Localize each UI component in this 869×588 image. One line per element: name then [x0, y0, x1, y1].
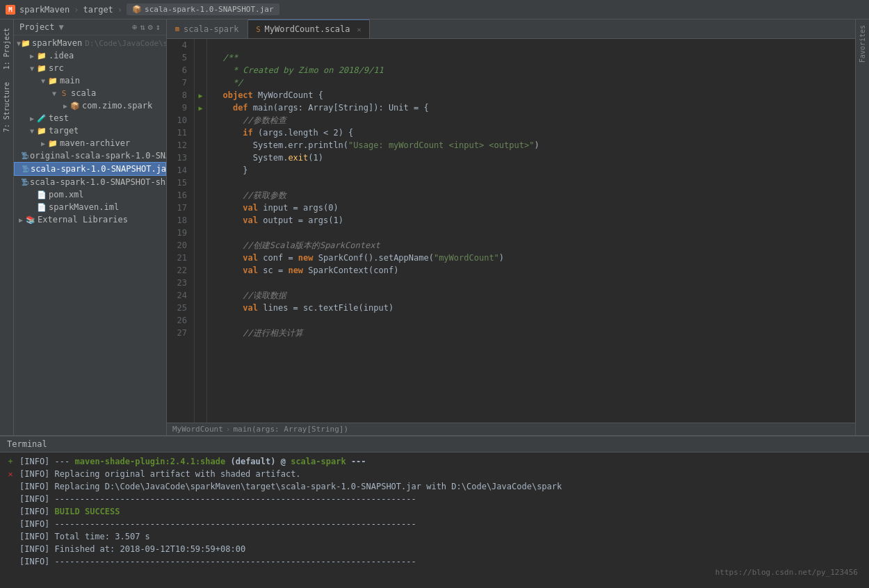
code-line-19: [213, 227, 850, 239]
project-name: sparkMaven: [19, 5, 70, 15]
breadcrumb-item-1: MyWordCount: [172, 425, 223, 434]
terminal-line-5: [INFO] BUILD SUCCESS: [6, 505, 863, 518]
watermark: https://blog.csdn.net/py_123456: [715, 568, 858, 577]
terminal-line-9: [INFO] ---------------------------------…: [6, 555, 863, 568]
term-cross-icon: ✕: [6, 468, 15, 480]
breadcrumb-item-2: main(args: Array[String]): [233, 425, 348, 434]
tree-scala[interactable]: ▼ S scala: [14, 87, 166, 99]
title-bar: M sparkMaven › target › 📦 scala-spark-1.…: [0, 0, 869, 19]
tree-pom-xml[interactable]: ▶ 📄 pom.xml: [14, 188, 166, 201]
code-line-17: val input = args(0): [213, 202, 850, 214]
term-plus-icon: +: [6, 455, 15, 468]
tree-target[interactable]: ▼ 📁 target: [14, 124, 166, 137]
sort-icon[interactable]: ⇅: [140, 22, 145, 32]
tree-com-zimo-spark[interactable]: ▶ 📦 com.zimo.spark: [14, 99, 166, 112]
app-icon: M: [6, 5, 15, 15]
tree-main[interactable]: ▼ 📁 main: [14, 74, 166, 87]
add-icon[interactable]: ⊕: [132, 22, 137, 32]
gutter: ▶ ▶: [195, 39, 207, 423]
code-content[interactable]: /** * Created by Zimo on 2018/9/11 */ ob…: [207, 39, 855, 423]
code-line-8: object MyWordCount {: [213, 89, 850, 101]
title-tab-jar[interactable]: 📦 scala-spark-1.0-SNAPSHOT.jar: [127, 3, 279, 15]
terminal-line-7: [INFO] Total time: 3.507 s: [6, 530, 863, 543]
sidebar-strip: 1: Project 7: Structure: [0, 19, 14, 435]
terminal-area: Terminal + [INFO] --- maven-shade-plugin…: [0, 435, 869, 588]
terminal-line-8: [INFO] Finished at: 2018-09-12T10:59:59+…: [6, 543, 863, 555]
editor-tabs: m scala-spark S MyWordCount.scala ✕: [167, 19, 855, 39]
project-panel-title: Project: [19, 22, 55, 32]
breadcrumb-bar: MyWordCount › main(args: Array[String]): [167, 423, 855, 435]
code-line-22: val sc = new SparkContext(conf): [213, 264, 850, 277]
code-line-14: }: [213, 164, 850, 177]
tab-mywordcount[interactable]: S MyWordCount.scala ✕: [248, 19, 371, 38]
tree-scala-spark-jar[interactable]: ▶ 🗜 scala-spark-1.0-SNAPSHOT.jar: [14, 162, 166, 176]
code-line-10: //参数检查: [213, 114, 850, 126]
code-line-21: val conf = new SparkConf().setAppName("m…: [213, 252, 850, 264]
code-line-16: //获取参数: [213, 189, 850, 202]
code-line-11: if (args.length < 2) {: [213, 126, 850, 139]
code-line-6: * Created by Zimo on 2018/9/11: [213, 64, 850, 76]
main-container: 1: Project 7: Structure Project ▼ ⊕ ⇅ ⚙ …: [0, 19, 869, 435]
code-line-27: //进行相关计算: [213, 327, 850, 339]
terminal-line-1: + [INFO] --- maven-shade-plugin:2.4.1:sh…: [6, 455, 863, 468]
code-line-24: //读取数据: [213, 289, 850, 302]
editor-area: m scala-spark S MyWordCount.scala ✕ 4 5 …: [167, 19, 855, 435]
code-line-18: val output = args(1): [213, 214, 850, 227]
terminal-line-4: [INFO] ---------------------------------…: [6, 493, 863, 505]
settings-icon[interactable]: ⚙: [148, 22, 153, 32]
code-line-26: [213, 314, 850, 327]
project-panel-header: Project ▼ ⊕ ⇅ ⚙ ↕: [14, 19, 166, 35]
tree-root[interactable]: ▼ 📁 sparkMaven D:\Code\JavaCode\sparkMav…: [14, 37, 166, 49]
tree-src[interactable]: ▼ 📁 src: [14, 62, 166, 74]
terminal-line-3: [INFO] Replacing D:\Code\JavaCode\sparkM…: [6, 480, 863, 493]
tree-test[interactable]: ▶ 🧪 test: [14, 112, 166, 124]
tree-original-jar[interactable]: ▶ 🗜 original-scala-spark-1.0-SNAPSHOT.ja…: [14, 149, 166, 162]
tab-close-mywordcount[interactable]: ✕: [357, 26, 361, 33]
sidebar-project-tab[interactable]: 1: Project: [1, 22, 12, 75]
code-line-13: System.exit(1): [213, 152, 850, 164]
terminal-line-6: [INFO] ---------------------------------…: [6, 518, 863, 530]
code-line-5: /**: [213, 51, 850, 64]
code-line-4: [213, 39, 850, 51]
project-tree: ▼ 📁 sparkMaven D:\Code\JavaCode\sparkMav…: [14, 35, 166, 435]
tree-idea[interactable]: ▶ 📁 .idea: [14, 49, 166, 62]
code-line-20: //创建Scala版本的SparkContext: [213, 239, 850, 252]
code-line-7: */: [213, 76, 850, 89]
run-arrow-9[interactable]: ▶: [198, 104, 202, 112]
tree-maven-archiver[interactable]: ▶ 📁 maven-archiver: [14, 137, 166, 149]
terminal-line-2: ✕ [INFO] Replacing original artifact wit…: [6, 468, 863, 480]
code-line-15: [213, 177, 850, 189]
code-line-25: val lines = sc.textFile(input): [213, 302, 850, 314]
favorites-label[interactable]: Favorites: [857, 19, 868, 68]
run-arrow-8[interactable]: ▶: [198, 92, 202, 99]
tree-iml[interactable]: ▶ 📄 sparkMaven.iml: [14, 201, 166, 213]
tree-scala-spark-shaded[interactable]: ▶ 🗜 scala-spark-1.0-SNAPSHOT-shaded.jar: [14, 176, 166, 188]
jar-icon-title: 📦: [132, 5, 142, 14]
expand-icon[interactable]: ↕: [156, 22, 161, 32]
favorites-bar: Favorites: [855, 19, 869, 435]
code-editor: 4 5 6 7 8 9 10 11 12 13 14 15 16 17 18 1…: [167, 39, 855, 423]
dropdown-icon[interactable]: ▼: [59, 22, 64, 32]
line-numbers: 4 5 6 7 8 9 10 11 12 13 14 15 16 17 18 1…: [167, 39, 195, 423]
title-path1: target: [83, 5, 113, 15]
tree-external-libs[interactable]: ▶ 📚 External Libraries: [14, 213, 166, 226]
project-panel: Project ▼ ⊕ ⇅ ⚙ ↕ ▼ 📁 sparkMaven D:\Code…: [14, 19, 167, 435]
tab-scala-spark[interactable]: m scala-spark: [167, 19, 248, 38]
terminal-header: Terminal: [0, 436, 869, 452]
code-line-23: [213, 277, 850, 289]
code-line-12: System.err.println("Usage: myWordCount <…: [213, 139, 850, 152]
sidebar-structure-tab[interactable]: 7: Structure: [1, 76, 12, 138]
code-line-9: def main(args: Array[String]): Unit = {: [213, 101, 850, 114]
